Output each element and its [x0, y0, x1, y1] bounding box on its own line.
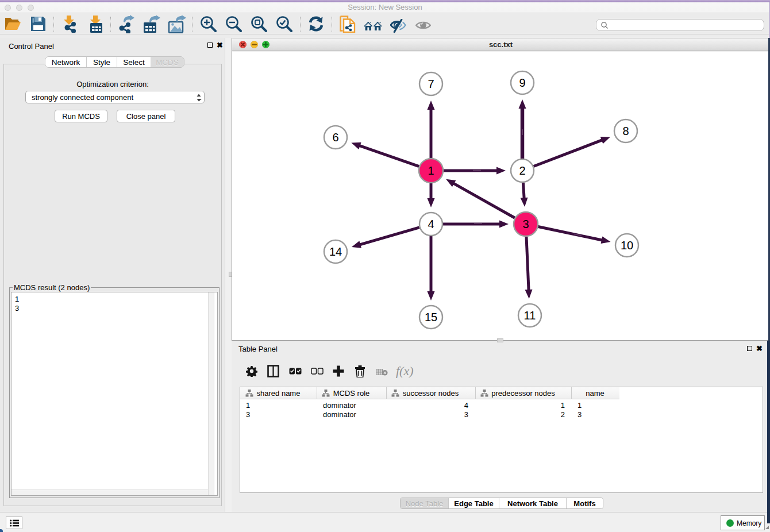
svg-text:6: 6 — [332, 131, 338, 144]
svg-text:9: 9 — [519, 76, 525, 89]
svg-text:8: 8 — [622, 125, 629, 137]
svg-text:11: 11 — [524, 309, 536, 322]
svg-text:3: 3 — [522, 218, 529, 230]
svg-text:10: 10 — [621, 239, 633, 252]
svg-text:14: 14 — [329, 245, 342, 258]
svg-text:7: 7 — [428, 78, 434, 90]
svg-text:2: 2 — [519, 164, 525, 177]
svg-text:15: 15 — [425, 311, 437, 323]
svg-text:1: 1 — [428, 164, 434, 177]
svg-text:4: 4 — [428, 218, 434, 230]
